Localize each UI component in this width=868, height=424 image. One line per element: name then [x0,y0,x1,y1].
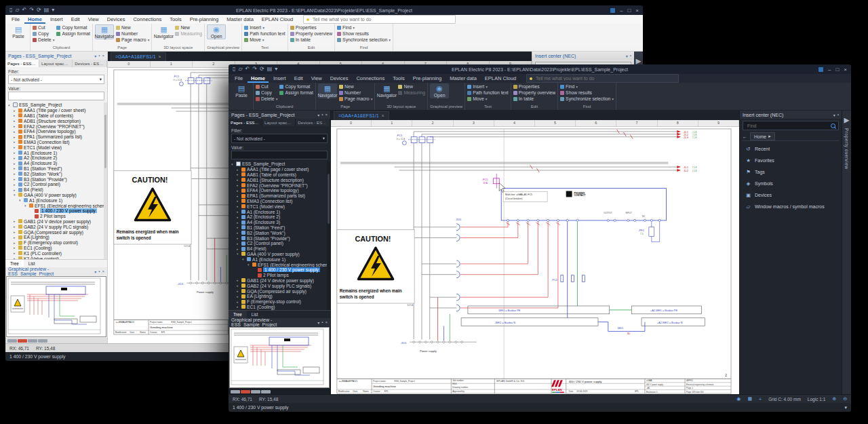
tree-item[interactable]: ▸ B1 (Station "Feed") [229,225,330,231]
twisty-icon[interactable]: ▸ [237,225,240,229]
copy-format-button[interactable]: Copy format [279,84,313,90]
ribbon-tab[interactable]: EPLAN Cloud [481,74,519,83]
tree-item[interactable]: ▸ A1 (Enclosure 1) [229,209,330,214]
twisty-icon[interactable]: ▸ [237,305,240,309]
twisty-icon[interactable]: ▸ [14,188,17,192]
page-navigator-button[interactable]: ▦ Navigator [318,83,337,98]
tree-item[interactable]: ▾ ESS_Sample_Project [5,102,107,108]
twisty-icon[interactable]: ▸ [14,109,17,113]
twisty-icon[interactable]: ▾ [231,162,235,166]
quick-access-icon[interactable]: ▯ [9,5,12,15]
tree-item[interactable]: ▸ EPA1 (Summarized parts list) [5,134,107,140]
twisty-icon[interactable]: ▸ [14,113,17,117]
tree-item[interactable]: ▸ ADB1 (Structure description) [5,118,107,123]
tree-item[interactable]: ▸ GQA (Compressed air supply) [229,288,330,294]
breadcrumb-back-button[interactable]: ← [743,134,747,139]
preview-page-tab[interactable] [28,339,37,343]
twisty-icon[interactable]: ▾ [24,204,28,208]
tree-item[interactable]: 2 Pilot lamps [5,214,107,219]
twisty-icon[interactable]: ▸ [237,284,240,288]
ribbon-tab[interactable]: Insert [47,15,66,24]
twisty-icon[interactable]: ▸ [14,156,17,160]
ribbon-tab[interactable]: Devices [327,74,352,83]
panel-pin-icon[interactable]: ▪ [98,54,100,58]
twisty-icon[interactable]: ▸ [237,242,240,246]
twisty-icon[interactable]: ▸ [237,231,240,235]
tell-me-search[interactable] [526,74,679,83]
tree-item[interactable]: 1 400 / 230 V power supply [5,208,107,214]
insert-center-item[interactable]: ▣ Devices [740,189,842,201]
tell-me-input[interactable] [534,75,675,81]
synchronize-selection-button[interactable]: Synchronize selection▾ [560,96,614,102]
property-overview-strip[interactable]: ▸ Property overview [842,111,851,394]
ribbon-tab[interactable]: Connections [353,74,388,83]
delete-button[interactable]: Delete▾ [256,96,277,102]
tree-item[interactable]: ▸ ETC1 (Model view) [229,204,330,209]
ribbon-tab[interactable]: Home [24,15,45,24]
twisty-icon[interactable]: ▸ [237,183,240,187]
quick-access-icon[interactable]: ▱ [238,64,242,74]
tree-item[interactable]: ▸ AAB1 (Table of contents) [5,113,107,119]
twisty-icon[interactable]: ▾ [19,198,22,202]
move-button[interactable]: Move▾ [467,96,509,102]
copy-format-button[interactable]: Copy format [56,25,90,31]
tab-close-icon[interactable]: × [382,113,384,118]
breadcrumb[interactable]: Home ▸ [750,132,775,140]
preview-dropdown-icon[interactable]: ▾ [317,320,319,325]
dock-tab[interactable]: Pages - ESS_Sample_P... [229,119,262,126]
quick-access-icon[interactable]: ↷ [29,5,34,15]
twisty-icon[interactable]: ▸ [14,256,17,259]
twisty-icon[interactable]: ▸ [237,215,240,219]
quick-access-icon[interactable]: ▤ [267,64,273,74]
show-results-button[interactable]: Show results [560,90,614,96]
tree-item[interactable]: ▸ A2 (Enclosure 2) [229,214,330,220]
ribbon-tab[interactable]: Tools [389,74,408,83]
preview-page-tab-current[interactable] [18,339,27,343]
ribbon-tab[interactable]: Edit [291,74,307,83]
preview-dropdown-icon[interactable]: ▾ [94,269,96,274]
tree-item[interactable]: ▸ AAA1 (Title page / cover sheet) [5,108,107,113]
maximize-button[interactable]: □ [835,66,839,73]
user-avatar[interactable] [610,8,615,13]
tree-item[interactable]: ▸ GQA (Compressed air supply) [5,229,107,235]
properties-button[interactable]: Properties [513,84,555,90]
preview-page-tab[interactable] [261,390,271,393]
twisty-icon[interactable]: ▸ [14,124,17,128]
copy-button[interactable]: Copy [256,90,277,96]
twisty-icon[interactable]: ▸ [14,119,17,123]
preview-page-tab[interactable] [38,339,47,343]
tree-item[interactable]: ▸ EA (Lighting) [5,235,107,240]
ribbon-tab[interactable]: View [308,74,326,83]
tree-item[interactable]: ▸ ETC1 (Model view) [5,144,107,150]
user-avatar[interactable] [818,67,823,72]
dock-tab[interactable]: Devices - ESS_Sample_... [296,119,330,126]
ribbon-tab[interactable]: Home [248,74,269,83]
close-button[interactable]: × [635,7,639,14]
tree-item[interactable]: ▸ A4 (Enclosure 3) [5,161,107,166]
twisty-icon[interactable]: ▸ [237,168,240,172]
copy-button[interactable]: Copy [33,31,54,37]
ribbon-tab[interactable]: File [8,15,23,24]
tree-item[interactable]: ▸ F (Emergency-stop control) [229,299,330,305]
find-button[interactable]: Find▾ [337,25,391,31]
page-new-button[interactable]: New [339,84,372,90]
tree-item[interactable]: ▸ A2 (Enclosure 2) [5,155,107,161]
tree-item[interactable]: ▸ GAB1 (24 V device power supply) [5,219,107,225]
tree-item[interactable]: ▸ EFA4 (Overview topology) [5,129,107,134]
properties-button[interactable]: Properties [290,25,332,31]
preview-page-tab[interactable] [7,339,17,343]
tree-item[interactable]: ▸ AAA1 (Title page / cover sheet) [229,167,330,172]
twisty-icon[interactable]: ▸ [14,177,17,181]
twisty-icon[interactable]: ▸ [14,230,17,234]
twisty-icon[interactable]: ▸ [14,246,17,250]
tree-item[interactable]: 1 400 / 230 V power supply [229,267,330,273]
document-tab[interactable]: =GAA+A1&EFS1/1 × [334,111,389,120]
layout-navigator-button[interactable]: ▦ Navigator [154,24,173,39]
quick-access-icon[interactable]: ▱ [15,5,19,15]
twisty-icon[interactable]: ▸ [237,300,240,304]
insert-center-item[interactable]: ↺ Recent [740,143,842,155]
panel-dropdown-icon[interactable]: ▾ [317,113,319,117]
page-navigator-button[interactable]: ▦ Navigator [95,24,114,39]
tree-item[interactable]: ▸ EA (Lighting) [229,294,330,299]
twisty-icon[interactable]: ▸ [237,278,240,282]
